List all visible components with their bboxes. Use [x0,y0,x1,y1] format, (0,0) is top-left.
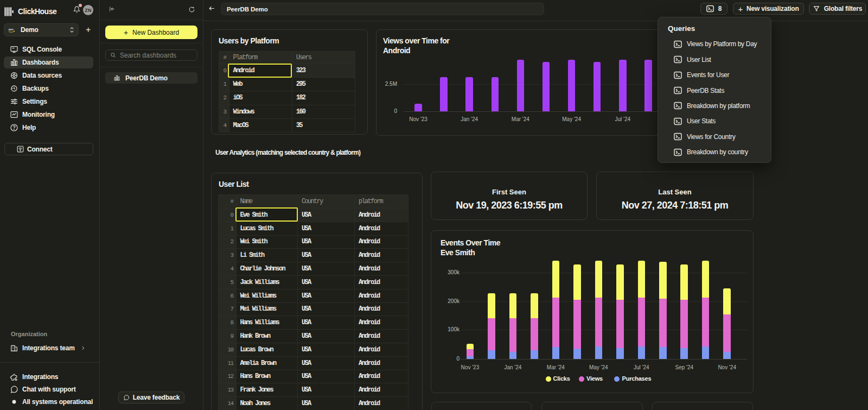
svg-text:aws: aws [9,27,14,30]
